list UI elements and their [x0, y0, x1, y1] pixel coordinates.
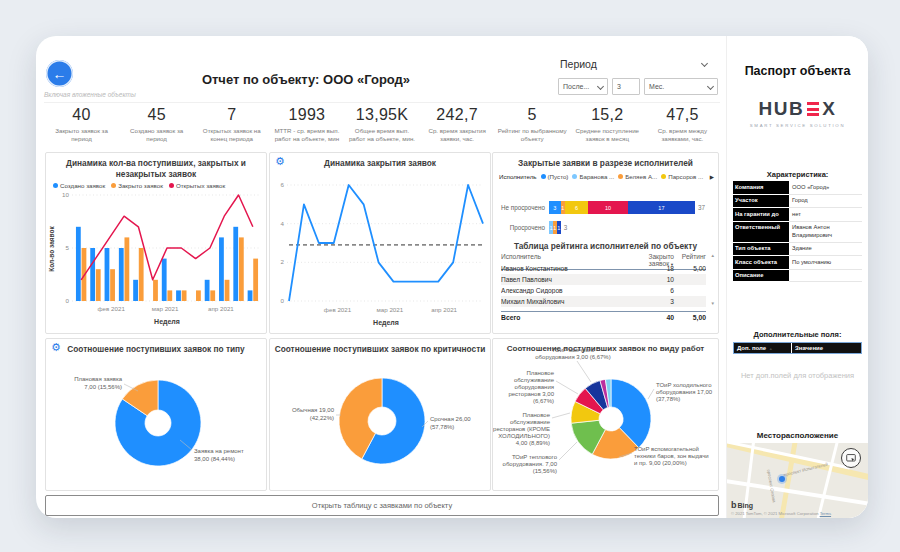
svg-text:(42,22%): (42,22%) [310, 415, 334, 421]
hubex-e-icon [807, 102, 819, 116]
svg-text:оборудования. 7,00: оборудования. 7,00 [503, 461, 558, 467]
svg-text:фев 2021: фев 2021 [324, 306, 352, 313]
characteristic-row: Тип объектаЗдание [733, 243, 862, 257]
extra-fields-col1[interactable]: Доп. поле ▲ [734, 343, 792, 353]
legend-more-icon[interactable]: ▶ [710, 174, 714, 180]
cell-rating: 5,00 [674, 265, 706, 272]
stacked-bar: 111 [549, 221, 561, 234]
extra-fields-col2[interactable]: Значение [792, 343, 861, 353]
legend-item[interactable]: (Пусто) [541, 173, 569, 180]
stacked-bar-row[interactable]: Просрочено1113 [499, 221, 567, 234]
cell-closed: 18 [624, 265, 674, 272]
pie-by-work-type[interactable]: ТОиР холодильногооборудования 17,00(37,7… [493, 339, 718, 490]
svg-text:фев 2021: фев 2021 [98, 305, 126, 312]
svg-text:(15,56%): (15,56%) [533, 468, 557, 474]
bar-segment[interactable]: 1 [557, 221, 561, 234]
kpi-card: 47,5Ср. время между заявками, час. [645, 106, 720, 150]
svg-text:ТОиР вспомогательной: ТОиР вспомогательной [634, 446, 699, 452]
closing-line-chart[interactable]: 0246фев 2021мар 2021апр 2021Неделя [271, 171, 490, 333]
svg-text:Плановое: Плановое [522, 412, 550, 418]
kpi-label: Создано заявок за период [119, 127, 194, 144]
legend-item[interactable]: Закрыто заявок [111, 182, 163, 189]
svg-text:обслуживание: обслуживание [514, 377, 555, 383]
characteristic-value: нет [789, 208, 862, 222]
characteristic-row: Описание [733, 270, 862, 282]
legend-dot-icon [53, 183, 58, 188]
characteristic-row: УчастокГород [733, 195, 862, 209]
stacked-bar-row[interactable]: Не просрочено316101737 [499, 201, 705, 214]
table-row[interactable]: Михаил Михайлович3 [501, 296, 706, 307]
bar-row-label: Просрочено [499, 224, 549, 231]
open-requests-table-button[interactable]: Открыть таблицу с заявками по объекту [45, 495, 719, 516]
legend-dot-icon [111, 183, 116, 188]
map-marker[interactable] [779, 476, 785, 482]
legend-item[interactable]: Открытых заявок [169, 182, 225, 189]
period-unit-select[interactable]: Мес. [644, 78, 718, 95]
back-button[interactable]: ← [46, 60, 73, 87]
legend-item[interactable]: Баранова ... [572, 173, 614, 180]
svg-text:(37,78%): (37,78%) [656, 396, 680, 402]
kpi-value: 7 [194, 106, 269, 124]
cell-executor: Иванов Константинов [501, 265, 624, 272]
kpi-value: 40 [44, 106, 119, 124]
extra-fields-header: Доп. поле ▲ Значение [733, 342, 862, 354]
chart-title: Закрытые заявки в разрезе исполнителей [497, 158, 714, 169]
chevron-down-icon [597, 83, 604, 90]
kpi-value: 47,5 [645, 106, 720, 124]
chevron-down-icon[interactable] [701, 60, 708, 67]
legend-item[interactable]: Создано заявок [53, 182, 105, 189]
svg-text:Плановая заявка: Плановая заявка [74, 376, 122, 382]
svg-text:апр 2021: апр 2021 [208, 305, 234, 312]
map-terms-link[interactable]: Terms [820, 511, 831, 516]
svg-text:ХОЛОДИЛЬНОГО): ХОЛОДИЛЬНОГО) [498, 433, 550, 439]
bar-segment[interactable]: 10 [588, 201, 628, 214]
cell-closed: 3 [624, 309, 674, 310]
table-row[interactable]: Александр Сидоров6 [501, 285, 706, 296]
cell-executor: Беляев Антон Николаевич [501, 309, 624, 310]
cell-closed: 6 [624, 287, 674, 294]
svg-text:и пр. 9,00 (20,00%): и пр. 9,00 (20,00%) [634, 460, 687, 466]
pie-by-type[interactable]: Заявка на ремонт38,00 (84,44%)Плановая з… [46, 339, 266, 490]
characteristic-value: Здание [789, 243, 862, 257]
svg-text:0: 0 [66, 297, 70, 304]
location-map[interactable]: проспект Испытателей проспект Сизова bBi… [727, 443, 868, 518]
scroll-down-icon[interactable]: ▼ [711, 301, 715, 306]
passport-title: Паспорт объекта [727, 64, 868, 78]
rating-table-body: Иванов Константинов185,00Павел Павлович1… [501, 263, 706, 310]
characteristic-value: По умолчанию [789, 256, 862, 270]
bar-segment[interactable]: 6 [565, 201, 589, 214]
svg-text:10: 10 [62, 191, 69, 198]
map-road [813, 443, 840, 518]
panel-pie-by-work-type: Соотношение поступивших заявок по виду р… [492, 338, 719, 491]
kpi-value: 1993 [269, 106, 344, 124]
table-row[interactable]: Павел Павлович10 [501, 274, 706, 285]
map-fullscreen-button[interactable] [841, 448, 861, 468]
kpi-label: MTTR - ср. время вып. работ на объекте, … [269, 127, 344, 144]
svg-text:(57,78%): (57,78%) [430, 424, 454, 430]
svg-text:2: 2 [281, 258, 285, 265]
bar-segment[interactable]: 17 [628, 201, 695, 214]
legend-item[interactable]: Беляев А... [618, 173, 657, 180]
legend-item[interactable]: Парсоров ... [661, 173, 703, 180]
dynamics-combo-chart[interactable]: 0510фев 2021мар 2021апр 2021НеделяКол-во… [47, 189, 266, 331]
extra-fields-empty-state: Нет доп.полей для отображения [737, 370, 858, 381]
cell-closed: 3 [624, 298, 674, 305]
svg-text:Неделя: Неделя [154, 318, 180, 326]
pie-by-criticality[interactable]: Срочная 26,00(57,78%)Обычная 19,00(42,22… [270, 339, 490, 490]
cell-closed: 10 [624, 276, 674, 283]
characteristic-label: Участок [733, 195, 789, 209]
svg-text:Кол-во заявок: Кол-во заявок [48, 226, 55, 272]
table-row[interactable]: Иванов Константинов185,00 [501, 263, 706, 274]
kpi-label: Общее время вып. работ на объекте, мин. [344, 127, 419, 144]
svg-text:5: 5 [66, 244, 70, 251]
table-row[interactable]: Беляев Антон Николаевич3 [501, 307, 706, 310]
legend-dot-icon [169, 183, 174, 188]
bar-segment[interactable]: 3 [549, 201, 561, 214]
panel-closing-chart: ⚙ Динамика закрытия заявок 0246фев 2021м… [269, 152, 491, 334]
bar-total-label: 37 [698, 204, 705, 211]
period-condition-select[interactable]: После... [558, 78, 608, 95]
scroll-up-icon[interactable]: ▲ [711, 253, 715, 258]
characteristic-row: На гарантии донет [733, 208, 862, 222]
period-value-input[interactable]: 3 [612, 78, 640, 95]
characteristic-value [789, 270, 862, 282]
